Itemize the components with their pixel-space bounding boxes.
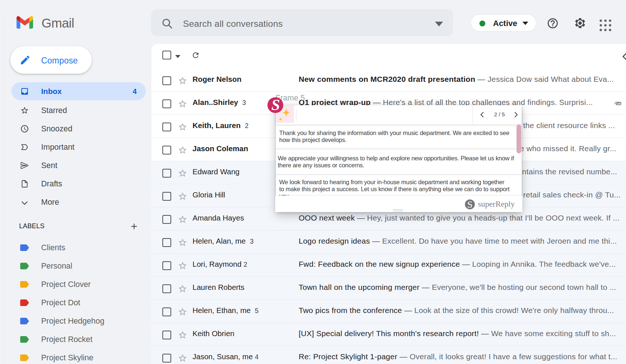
svg-text:S: S xyxy=(271,97,280,113)
svg-text:S: S xyxy=(467,199,472,210)
